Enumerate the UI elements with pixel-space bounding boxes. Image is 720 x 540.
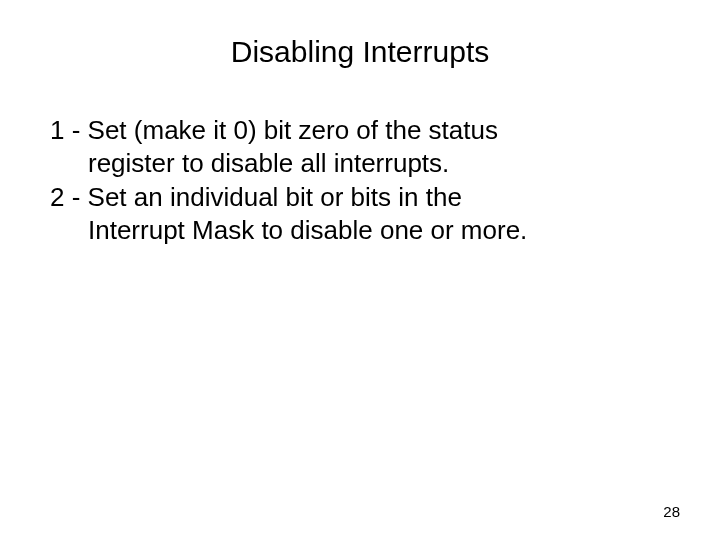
item-line: Interrupt Mask to disable one or more. — [50, 214, 670, 247]
slide-body: 1 - Set (make it 0) bit zero of the stat… — [50, 114, 670, 246]
item-line: register to disable all interrupts. — [50, 147, 670, 180]
list-item: 1 - Set (make it 0) bit zero of the stat… — [50, 114, 670, 179]
item-line: 1 - Set (make it 0) bit zero of the stat… — [50, 114, 670, 147]
slide-title: Disabling Interrupts — [50, 35, 670, 69]
list-item: 2 - Set an individual bit or bits in the… — [50, 181, 670, 246]
slide-container: Disabling Interrupts 1 - Set (make it 0)… — [0, 0, 720, 540]
item-line: 2 - Set an individual bit or bits in the — [50, 181, 670, 214]
page-number: 28 — [663, 503, 680, 520]
